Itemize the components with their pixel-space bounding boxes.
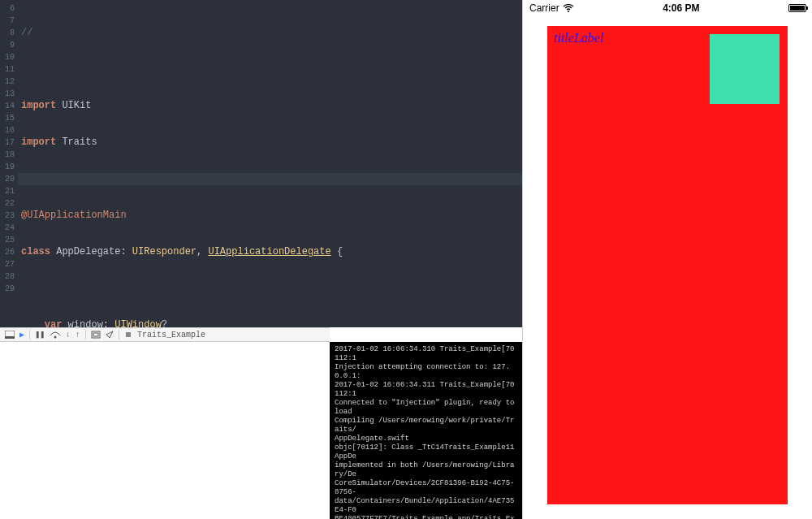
step-over-icon[interactable]	[50, 331, 61, 339]
carrier-label: Carrier	[529, 2, 559, 14]
wifi-icon	[563, 4, 574, 12]
clock: 4:06 PM	[663, 2, 699, 14]
process-icon	[124, 331, 132, 339]
svg-point-6	[568, 11, 569, 12]
svg-rect-1	[5, 336, 15, 339]
step-in-icon[interactable]: ↓	[66, 331, 71, 340]
line-gutter: 6 7 8 9 10 11 12 13 14 15 16 17 18 19 20…	[0, 0, 18, 327]
debug-view-icon[interactable]	[91, 331, 101, 339]
status-bar: Carrier 4:06 PM	[523, 0, 812, 16]
console-output[interactable]: 2017-01-02 16:06:34.310 Traits_Example[7…	[330, 342, 522, 519]
svg-point-2	[54, 336, 57, 339]
code-editor[interactable]: 6 7 8 9 10 11 12 13 14 15 16 17 18 19 20…	[0, 0, 522, 327]
variables-view[interactable]	[0, 342, 330, 519]
ios-simulator: Carrier 4:06 PM titleLabel	[522, 0, 812, 519]
svg-rect-5	[126, 332, 131, 337]
breadcrumb[interactable]: Traits_Example	[137, 331, 205, 340]
green-square-view	[710, 34, 780, 104]
hide-debug-icon[interactable]	[5, 331, 15, 339]
app-main-view: titleLabel	[547, 26, 788, 504]
svg-rect-4	[93, 333, 98, 336]
code-area[interactable]: // import UIKit import Traits @UIApplica…	[18, 0, 522, 327]
cursor-line	[18, 173, 522, 185]
battery-icon	[788, 4, 806, 12]
code-comment: //	[21, 27, 32, 38]
pause-icon[interactable]: ❚❚	[35, 330, 45, 340]
breakpoint-icon[interactable]: ▶	[19, 330, 24, 340]
debug-toolbar: ▶ ❚❚ ↓ ↑ Traits_Example	[0, 327, 330, 342]
location-icon[interactable]	[106, 331, 114, 339]
step-out-icon[interactable]: ↑	[76, 331, 80, 340]
title-label: titleLabel	[554, 31, 603, 45]
